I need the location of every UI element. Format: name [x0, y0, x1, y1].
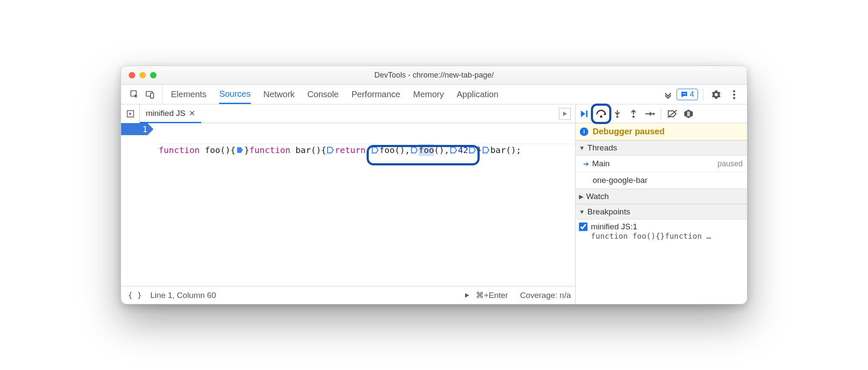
window-close-button[interactable] [129, 72, 135, 78]
step-over-button[interactable] [593, 106, 609, 121]
tab-network[interactable]: Network [263, 85, 295, 104]
svg-point-10 [616, 116, 619, 118]
devtools-window: DevTools - chrome://new-tab-page/ Elemen… [121, 66, 747, 304]
section-threads[interactable]: ▼ Threads [576, 140, 747, 156]
breakpoint-checkbox[interactable] [579, 223, 587, 231]
thread-worker[interactable]: one-google-bar [576, 172, 747, 189]
tab-sources[interactable]: Sources [219, 85, 250, 104]
step-marker-icon [236, 146, 244, 154]
chevron-down-icon: ▼ [579, 208, 585, 215]
panel-tabs: Elements Sources Network Console Perform… [167, 85, 498, 104]
info-icon: i [580, 127, 588, 136]
run-icon [464, 292, 470, 298]
settings-button[interactable] [709, 87, 724, 102]
separator [703, 89, 703, 101]
svg-point-5 [733, 93, 735, 95]
section-breakpoints[interactable]: ▼ Breakpoints [576, 204, 747, 220]
svg-rect-2 [150, 93, 153, 98]
editor-pane: minified JS ✕ 1 function foo(){}function… [121, 104, 576, 304]
step-out-button[interactable] [626, 106, 641, 121]
file-tab-close[interactable]: ✕ [189, 109, 195, 118]
right-tool-group: 4 [662, 87, 745, 102]
tab-performance[interactable]: Performance [352, 85, 401, 104]
svg-rect-8 [586, 110, 587, 117]
cursor-position: Line 1, Column 60 [150, 291, 216, 300]
svg-rect-14 [687, 111, 688, 116]
window-title: DevTools - chrome://new-tab-page/ [121, 71, 747, 80]
left-tool-group [123, 85, 162, 104]
svg-point-11 [633, 116, 635, 118]
debugger-pane: i Debugger paused ▼ Threads ➔ Main pause… [576, 104, 747, 304]
section-watch[interactable]: ▶ Watch [576, 189, 747, 204]
chevron-right-icon: ▶ [579, 193, 584, 200]
kebab-menu-button[interactable] [726, 87, 742, 102]
svg-point-6 [733, 97, 735, 99]
separator [661, 108, 661, 119]
debugger-status-banner: i Debugger paused [576, 123, 747, 140]
breakpoint-label: minified JS:1 [591, 222, 637, 231]
step-button[interactable] [642, 106, 657, 121]
line-number[interactable]: 1 [121, 123, 148, 135]
titlebar: DevTools - chrome://new-tab-page/ [121, 66, 747, 85]
window-minimize-button[interactable] [139, 72, 146, 78]
debugger-status-text: Debugger paused [593, 127, 665, 136]
pretty-print-button[interactable]: { } [125, 291, 145, 300]
current-thread-icon: ➔ [583, 160, 589, 168]
pause-on-exceptions-button[interactable] [681, 106, 696, 121]
step-marker-icon [371, 146, 379, 154]
coverage-status: Coverage: n/a [520, 291, 571, 300]
step-marker-icon [469, 146, 476, 154]
thread-main[interactable]: ➔ Main paused [576, 156, 747, 172]
run-shortcut: ⌘+Enter [476, 290, 508, 300]
file-tab-row: minified JS ✕ [121, 104, 575, 123]
code-content[interactable]: function foo(){}function bar(){return fo… [151, 123, 575, 286]
file-tab-active[interactable]: minified JS ✕ [140, 105, 201, 123]
gutter: 1 [121, 123, 151, 286]
run-snippet-button[interactable] [559, 108, 571, 120]
feedback-count: 4 [690, 90, 694, 99]
debugger-toolbar [576, 104, 747, 123]
traffic-lights [121, 72, 156, 78]
chevron-down-icon: ▼ [579, 145, 585, 151]
step-marker-icon [411, 146, 418, 154]
main-split: minified JS ✕ 1 function foo(){}function… [121, 104, 747, 304]
svg-rect-15 [689, 111, 689, 116]
device-toolbar-button[interactable] [142, 87, 158, 102]
code-line-1: function foo(){}function bar(){return fo… [159, 144, 575, 156]
deactivate-breakpoints-button[interactable] [665, 106, 680, 121]
tab-console[interactable]: Console [307, 85, 339, 104]
tab-elements[interactable]: Elements [171, 85, 206, 104]
tab-memory[interactable]: Memory [413, 85, 444, 104]
inspect-element-button[interactable] [127, 87, 142, 102]
svg-rect-3 [683, 93, 686, 94]
file-tab-label: minified JS [146, 109, 185, 118]
show-navigator-button[interactable] [121, 104, 140, 123]
breakpoint-item[interactable]: minified JS:1 function foo(){}function … [576, 220, 747, 244]
step-marker-icon [482, 146, 490, 154]
feedback-button[interactable]: 4 [677, 89, 698, 100]
step-marker-icon [327, 146, 334, 154]
step-marker-icon [450, 146, 457, 154]
tab-application[interactable]: Application [457, 85, 498, 104]
more-tabs-button[interactable] [662, 89, 674, 101]
panel-tabs-row: Elements Sources Network Console Perform… [121, 85, 747, 104]
breakpoint-snippet: function foo(){}function … [579, 231, 744, 240]
svg-point-4 [733, 90, 735, 92]
highlight-ring [591, 104, 611, 124]
resume-button[interactable] [577, 106, 593, 121]
editor-footer: { } Line 1, Column 60 ⌘+Enter Coverage: … [121, 286, 575, 304]
window-maximize-button[interactable] [150, 72, 156, 78]
svg-point-12 [653, 113, 655, 115]
step-into-button[interactable] [610, 106, 625, 121]
code-editor[interactable]: 1 function foo(){}function bar(){return … [121, 123, 575, 286]
